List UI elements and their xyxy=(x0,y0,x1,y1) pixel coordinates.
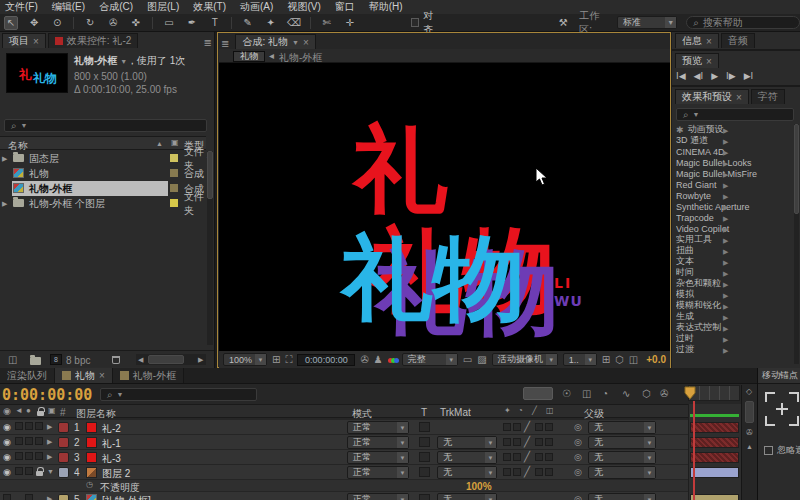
checkbox-icon[interactable] xyxy=(764,446,773,455)
current-time-indicator-handle[interactable] xyxy=(683,385,697,401)
draft-3d-icon[interactable]: ⬡ xyxy=(642,389,651,399)
new-folder-icon[interactable] xyxy=(30,357,41,365)
menu-composition[interactable]: 合成(C) xyxy=(99,0,133,14)
fx-category[interactable]: ▶Magic Bullet MisFire xyxy=(676,168,794,179)
resolution-dropdown[interactable]: 完整▼ xyxy=(402,353,458,366)
layer-row-2[interactable]: ◉ ▶ 2 礼-1 正常▼ 无▼ ╱ ◎ 无▼ xyxy=(0,435,688,450)
anchor-grid-widget[interactable] xyxy=(765,392,799,426)
fx-category[interactable]: ▶Video Copilot xyxy=(676,223,794,234)
current-time-indicator-line[interactable] xyxy=(693,401,695,500)
help-search-input[interactable]: ⌕ 搜索帮助 xyxy=(686,16,800,29)
zoom-tool-icon[interactable]: ⊙ xyxy=(50,16,64,30)
mode-column[interactable]: 模式 xyxy=(352,407,372,421)
layer-row-4[interactable]: ◉ ▼ 4 图层 2 正常▼ 无▼ ╱ ◎ 无▼ xyxy=(0,465,688,480)
layer-bar-5[interactable] xyxy=(690,494,739,500)
fx-category[interactable]: ▶3D 通道 xyxy=(676,135,794,146)
layer-row-1[interactable]: ◉ ▶ 1 礼-2 正常▼ ╱ ◎ 无▼ xyxy=(0,420,688,435)
motion-blur-icon[interactable]: ◔ xyxy=(602,389,608,399)
fx-category[interactable]: ▶Magic Bullet Looks xyxy=(676,157,794,168)
camera-view-dropdown[interactable]: 活动摄像机▼ xyxy=(492,353,558,366)
trkmat-dropdown[interactable]: 无▼ xyxy=(437,451,497,464)
tab-effect-controls[interactable]: 效果控件: 礼-2 xyxy=(48,33,138,48)
parent-pickwhip-icon[interactable]: ◎ xyxy=(574,437,582,447)
hand-tool-icon[interactable]: ✥ xyxy=(27,16,41,30)
eye-toggle[interactable]: ◉ xyxy=(3,422,13,432)
fx-category[interactable]: ▶CINEMA 4D xyxy=(676,146,794,157)
label-swatch[interactable] xyxy=(58,437,69,448)
camera-tools-icon[interactable]: ✇ xyxy=(660,389,668,399)
project-row-solids[interactable]: ▶ 固态层 文件夹 ∴ xyxy=(0,151,206,166)
fx-category[interactable]: ▶表达式控制 xyxy=(676,322,794,333)
parent-pickwhip-icon[interactable]: ◎ xyxy=(574,452,582,462)
t-switch[interactable] xyxy=(419,452,430,462)
tab-timeline-liwu-frame[interactable]: 礼物-外框 xyxy=(113,368,184,383)
parent-pickwhip-icon[interactable]: ◎ xyxy=(574,422,582,432)
tab-move-anchor[interactable]: 移动锚点 xyxy=(762,369,798,382)
tab-render-queue[interactable]: 渲染队列 xyxy=(0,368,55,383)
fx-category[interactable]: ▶扭曲 xyxy=(676,245,794,256)
layer-bar-1[interactable] xyxy=(690,422,739,433)
project-hscrollbar[interactable]: ◀ ▶ xyxy=(136,354,206,365)
layer-name[interactable]: 礼-1 xyxy=(102,437,121,451)
menu-effect[interactable]: 效果(T) xyxy=(193,0,226,14)
breadcrumb-current[interactable]: 礼物 xyxy=(233,51,265,62)
close-icon[interactable]: × xyxy=(736,92,742,103)
target-region-icon[interactable]: ▭ xyxy=(463,355,472,365)
pixel-aspect-icon[interactable]: ⊞ xyxy=(602,355,610,365)
twirl-icon[interactable]: ▶ xyxy=(47,438,52,446)
effects-search-input[interactable]: ⌕ ▼ xyxy=(676,108,794,121)
t-column[interactable]: T xyxy=(421,407,427,418)
selection-tool-icon[interactable]: ↖ xyxy=(4,16,18,30)
project-search-input[interactable]: ⌕ ▼ xyxy=(4,119,207,132)
fx-category-animation-presets[interactable]: ▶✱动画预设 xyxy=(676,124,794,135)
tab-audio[interactable]: 音频 xyxy=(721,33,755,48)
show-channel-icon[interactable] xyxy=(388,354,397,365)
play-button[interactable]: ▶ xyxy=(711,71,718,81)
fx-category[interactable]: ▶实用工具 xyxy=(676,234,794,245)
interpret-footage-icon[interactable]: ◫ xyxy=(8,355,17,365)
tab-project[interactable]: 项目 × xyxy=(2,33,46,48)
t-switch[interactable] xyxy=(419,467,430,477)
menu-animation[interactable]: 动画(A) xyxy=(240,0,273,14)
fx-category[interactable]: ▶文本 xyxy=(676,256,794,267)
eye-toggle[interactable]: ◉ xyxy=(3,452,13,462)
fx-category[interactable]: ▶Red Giant xyxy=(676,179,794,190)
trkmat-dropdown[interactable]: 无▼ xyxy=(437,493,497,500)
layer-bar-2[interactable] xyxy=(690,437,739,448)
layer-name[interactable]: 图层 2 xyxy=(102,467,130,481)
label-swatch[interactable] xyxy=(170,169,178,177)
timeline-button-icon[interactable]: ◫ xyxy=(629,355,638,365)
shape-tool-icon[interactable]: ▭ xyxy=(162,16,176,30)
fast-previews-icon[interactable]: ⬡ xyxy=(615,355,624,365)
parent-dropdown[interactable]: 无▼ xyxy=(588,466,656,479)
t-switch[interactable] xyxy=(419,494,430,500)
camera-tool-icon[interactable]: ✇ xyxy=(106,16,120,30)
workspace-dropdown[interactable]: 标准▼ xyxy=(617,16,677,29)
timeline-vscrollbar[interactable] xyxy=(745,401,754,423)
trash-icon[interactable] xyxy=(112,356,120,364)
mode-dropdown[interactable]: 正常▼ xyxy=(347,493,409,500)
close-icon[interactable]: × xyxy=(99,370,105,381)
mode-dropdown[interactable]: 正常▼ xyxy=(347,451,409,464)
next-frame-button[interactable]: Ⅰ▶ xyxy=(726,71,736,81)
panel-menu-icon[interactable]: ≣ xyxy=(204,38,212,48)
fx-category[interactable]: ▶杂色和颗粒 xyxy=(676,278,794,289)
layer-row-3[interactable]: ◉ ▶ 3 礼-3 正常▼ 无▼ ╱ ◎ 无▼ xyxy=(0,450,688,465)
fx-category[interactable]: ▶过渡 xyxy=(676,344,794,355)
t-switch[interactable] xyxy=(419,437,430,447)
parent-dropdown[interactable]: 无▼ xyxy=(588,451,656,464)
project-scrollbar[interactable] xyxy=(207,151,213,345)
label-swatch[interactable] xyxy=(58,452,69,463)
roto-brush-tool-icon[interactable]: ✄ xyxy=(320,16,334,30)
transparency-grid-icon[interactable]: ▨ xyxy=(477,355,486,365)
property-row-opacity[interactable]: ◷ 不透明度 100% xyxy=(0,480,688,492)
label-swatch[interactable] xyxy=(58,467,69,478)
fx-category[interactable]: ▶模拟 xyxy=(676,289,794,300)
parent-dropdown[interactable]: 无▼ xyxy=(588,421,656,434)
menu-file[interactable]: 文件(F) xyxy=(5,0,38,14)
menu-window[interactable]: 窗口 xyxy=(335,0,355,14)
brush-tool-icon[interactable]: ✎ xyxy=(241,16,255,30)
project-row-liwu[interactable]: 礼物 合成 xyxy=(0,166,206,181)
eye-toggle[interactable]: ◉ xyxy=(3,467,13,477)
graph-editor-icon[interactable]: ∿ xyxy=(622,389,630,399)
